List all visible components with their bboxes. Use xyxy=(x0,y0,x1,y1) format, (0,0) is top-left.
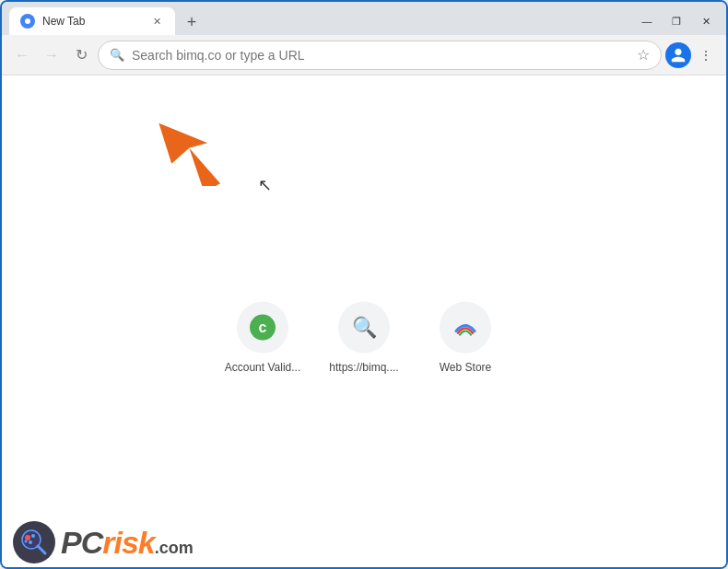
shortcut-circle-bimq[interactable]: 🔍 xyxy=(338,302,390,354)
shortcuts-section: c Account Valid... 🔍 https://bimq.... We… xyxy=(223,302,505,374)
pcrisk-risk-text: risk xyxy=(102,527,155,558)
cursor-indicator: ↖ xyxy=(258,175,272,195)
browser-content: ↖ c Account Valid... 🔍 https://bimq.... xyxy=(2,75,726,569)
profile-button[interactable] xyxy=(665,42,691,68)
close-button[interactable]: ✕ xyxy=(693,11,719,31)
tab-title: New Tab xyxy=(42,15,142,28)
svg-point-6 xyxy=(25,540,28,543)
tab-strip: New Tab ✕ + xyxy=(9,7,634,35)
profile-icon xyxy=(670,47,687,64)
address-input[interactable] xyxy=(132,48,629,63)
webstore-icon xyxy=(452,315,478,341)
search-icon: 🔍 xyxy=(352,316,377,340)
tab-close-button[interactable]: ✕ xyxy=(149,14,164,29)
shortcut-label-bimq: https://bimq.... xyxy=(329,361,398,374)
toolbar: ← → ↻ 🔍 ☆ ⋮ xyxy=(2,35,726,75)
back-button[interactable]: ← xyxy=(9,42,35,68)
svg-point-2 xyxy=(25,535,30,540)
favicon-c-icon: c xyxy=(250,315,276,341)
svg-point-4 xyxy=(29,540,32,544)
active-tab[interactable]: New Tab ✕ xyxy=(9,7,175,35)
menu-button[interactable]: ⋮ xyxy=(693,42,719,68)
pcrisk-watermark: PC risk .com xyxy=(13,521,194,563)
svg-line-5 xyxy=(38,546,45,553)
forward-button[interactable]: → xyxy=(39,42,65,68)
svg-marker-0 xyxy=(159,107,229,186)
window-controls: — ❐ ✕ xyxy=(634,11,719,31)
refresh-button[interactable]: ↻ xyxy=(68,42,94,68)
shortcut-label-account: Account Valid... xyxy=(225,361,301,374)
tab-favicon xyxy=(20,14,35,29)
arrow-annotation xyxy=(159,103,269,186)
svg-point-3 xyxy=(31,534,35,538)
minimize-button[interactable]: — xyxy=(634,11,660,31)
pcrisk-pc-text: PC xyxy=(61,527,102,558)
bookmark-icon[interactable]: ☆ xyxy=(637,46,650,64)
shortcut-circle-webstore[interactable] xyxy=(440,302,491,354)
shortcut-circle-account[interactable]: c xyxy=(237,302,288,354)
pcrisk-com-text: .com xyxy=(155,539,194,558)
new-tab-button[interactable]: + xyxy=(179,9,205,35)
shortcut-account-valid[interactable]: c Account Valid... xyxy=(223,302,302,374)
title-bar: New Tab ✕ + — ❐ ✕ xyxy=(2,2,726,35)
address-bar[interactable]: 🔍 ☆ xyxy=(98,41,662,70)
address-search-icon: 🔍 xyxy=(110,48,124,62)
shortcut-webstore[interactable]: Web Store xyxy=(426,302,505,374)
restore-button[interactable]: ❐ xyxy=(663,11,689,31)
toolbar-right: ⋮ xyxy=(665,42,719,68)
shortcut-bimq[interactable]: 🔍 https://bimq.... xyxy=(324,302,404,374)
shortcut-label-webstore: Web Store xyxy=(440,361,491,374)
pcrisk-logo xyxy=(13,521,55,563)
